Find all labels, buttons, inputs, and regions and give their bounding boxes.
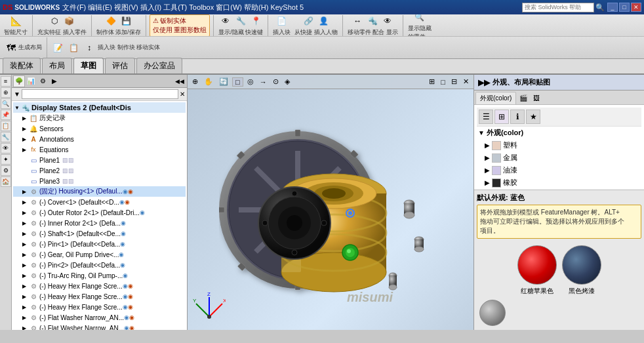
- show-hidden-part-button[interactable]: 🔍: [413, 14, 427, 24]
- insert-block2-button[interactable]: 📝: [50, 41, 65, 55]
- from-shortcut-button[interactable]: 🔗: [302, 14, 316, 28]
- appearance-star-btn[interactable]: ★: [526, 110, 540, 124]
- tree-plane2[interactable]: ▭ Plane2 ▨▨: [13, 165, 186, 176]
- plastic-color-icon: [492, 141, 501, 150]
- collapse-arrow[interactable]: ◀◀: [174, 78, 186, 85]
- tree-display-states[interactable]: ▼ 🔩 Display States 2 (Default<Dis: [13, 102, 186, 113]
- leftbar-btn-7[interactable]: 👁: [1, 143, 11, 153]
- vp-split-button[interactable]: ⊞: [427, 77, 437, 86]
- component-settings-button[interactable]: 🔧: [233, 14, 248, 28]
- leftbar-btn-9[interactable]: ⚙: [1, 165, 11, 176]
- move-entity-button[interactable]: ↕: [82, 41, 96, 55]
- tree-tru-arc[interactable]: ▶ ⚙ (-) Tru-Arc Ring, Oil Pump-... ◉: [13, 270, 186, 281]
- generate-layout-button[interactable]: 🗺: [4, 41, 18, 55]
- leftbar-btn-2[interactable]: ⊕: [1, 87, 11, 98]
- gray-swatch[interactable]: [479, 300, 506, 326]
- tree-sensors[interactable]: ▶ 🔔 Sensors: [13, 123, 186, 134]
- tree-plane1[interactable]: ▭ Plane1 ▨▨: [13, 155, 186, 165]
- appearance-tab-active[interactable]: 外观(color): [475, 92, 516, 104]
- mate-button[interactable]: 🔩: [365, 14, 380, 28]
- tree-gear[interactable]: ▶ ⚙ (-) Gear, Oil Pump Drive<... ◉: [13, 249, 186, 260]
- tree-pin1[interactable]: ▶ ⚙ (-) Pin<1> (Default<<Defa... ◉: [13, 239, 186, 249]
- vp-rotate-button[interactable]: 🔄: [217, 77, 230, 86]
- insert-block-button[interactable]: 📄: [275, 14, 289, 28]
- vp-edit-button[interactable]: ◈: [283, 77, 292, 86]
- paint-section[interactable]: ▶ 油漆: [477, 164, 641, 176]
- tab-evaluate[interactable]: 评估: [105, 58, 135, 73]
- leftbar-btn-5[interactable]: 📋: [1, 121, 11, 131]
- metal-section[interactable]: ▶ 金属: [477, 151, 641, 164]
- plastic-expand-icon: ▶: [485, 142, 490, 149]
- leftbar-btn-8[interactable]: ✦: [1, 154, 11, 165]
- tree-cover[interactable]: ▶ ⚙ (-) Cover<1> (Default<<D... ◉ ◉: [13, 197, 186, 207]
- make-block-button[interactable]: 📋: [66, 41, 81, 55]
- right-collapse-button[interactable]: ▶▶: [478, 78, 490, 87]
- leftbar-btn-6[interactable]: 🔧: [1, 132, 11, 142]
- 3d-viewport[interactable]: ⊕ ✋ 🔄 □ ◎ → ⊙ ◈ ⊞ □ ⊟ ✕: [188, 75, 473, 330]
- vp-close-button[interactable]: ✕: [461, 77, 471, 86]
- tab-drawing[interactable]: 草图: [73, 58, 104, 73]
- leftbar-btn-10[interactable]: 🏠: [1, 176, 11, 187]
- tree-housing[interactable]: ▶ ⚙ (固定) Housing<1> (Defaul... ◉ ◉: [13, 186, 186, 197]
- tree-outer-rotor[interactable]: ▶ ⚙ (-) Outer Rotor 2<1> (Default-Dri...…: [13, 207, 186, 218]
- tree-inner-rotor[interactable]: ▶ ⚙ (-) Inner Rotor 2<1> (Defa... ◉: [13, 218, 186, 228]
- search-icon[interactable]: 🔍: [595, 3, 605, 12]
- appearance-list-btn[interactable]: ☰: [479, 110, 493, 124]
- tab-office[interactable]: 办公室品: [136, 58, 182, 73]
- tree-equations[interactable]: ▶ fx Equations: [13, 144, 186, 155]
- tree-shaft[interactable]: ▶ ⚙ (-) Shaft<1> (Default<<De... ◉: [13, 228, 186, 239]
- vp-pan-button[interactable]: ✋: [202, 77, 215, 86]
- config-tab[interactable]: ⚙: [37, 75, 49, 87]
- display-hidden-button[interactable]: 👁: [380, 14, 395, 28]
- vp-tile-button[interactable]: ⊟: [449, 77, 459, 86]
- leftbar-btn-3[interactable]: 🔍: [1, 98, 11, 109]
- dark-lacquer-swatch[interactable]: 黑色烤漆: [562, 245, 601, 296]
- tree-hex-flange3[interactable]: ▶ ⚙ (-) Heavy Hex Flange Scre... ◉ ◉: [13, 302, 186, 312]
- appearance-color-header[interactable]: ▼ 外观(color): [477, 127, 641, 139]
- insert-part-button[interactable]: 📦: [62, 14, 77, 28]
- tab-layout[interactable]: 布局: [42, 58, 72, 73]
- filter-clear[interactable]: ✕: [180, 91, 185, 98]
- make-body-button[interactable]: 🔶: [104, 14, 118, 28]
- position-button[interactable]: 📍: [249, 14, 263, 28]
- leftbar-btn-1[interactable]: ≡: [1, 76, 11, 87]
- add-save-button[interactable]: 💾: [119, 14, 133, 28]
- hex1-badge2: ◉: [128, 283, 133, 289]
- tree-plane3[interactable]: ▭ Plane3 ▨▨: [13, 176, 186, 186]
- leftbar-btn-4[interactable]: 📌: [1, 110, 11, 120]
- appearance-grid-btn[interactable]: ⊞: [494, 110, 509, 124]
- tree-hex-flange1[interactable]: ▶ ⚙ (-) Heavy Hex Flange Scre... ◉ ◉: [13, 281, 186, 291]
- filter-input[interactable]: [24, 91, 176, 98]
- decal-tab[interactable]: 🖼: [531, 93, 542, 103]
- plastic-section[interactable]: ▶ 塑料: [477, 139, 641, 151]
- tree-pin2[interactable]: ▶ ⚙ (-) Pin<2> (Default<<Defa... ◉: [13, 260, 186, 270]
- red-apple-swatch[interactable]: 红糖苹果色: [517, 245, 557, 296]
- vp-hide-show-button[interactable]: ⊙: [271, 77, 281, 86]
- fill-feature-button[interactable]: ⬡: [47, 14, 62, 28]
- tree-flat-washer1[interactable]: ▶ ⚙ (-) Flat Washer Narrow_AN... ◉ ◉: [13, 312, 186, 323]
- move-part-button[interactable]: ↔: [350, 14, 365, 28]
- search-input[interactable]: [525, 4, 592, 10]
- vp-view-button[interactable]: □: [232, 77, 243, 87]
- vp-zoom-button[interactable]: ⊕: [190, 77, 200, 86]
- tree-hex-flange2[interactable]: ▶ ⚙ (-) Heavy Hex Flange Scre... ◉ ◉: [13, 291, 186, 302]
- scene-tab[interactable]: 🎬: [517, 93, 530, 103]
- close-button[interactable]: ✕: [631, 3, 641, 12]
- property-tab[interactable]: 📊: [25, 75, 37, 87]
- appearance-info-btn[interactable]: ℹ: [510, 110, 525, 124]
- minimize-button[interactable]: _: [607, 3, 618, 12]
- tab-assembly[interactable]: 装配体: [3, 58, 41, 73]
- feature-tree-tab[interactable]: 🌳: [13, 75, 25, 87]
- rubber-section[interactable]: ▶ 橡胶: [477, 176, 641, 189]
- insert-person-button[interactable]: 👤: [317, 14, 331, 28]
- vp-display-button[interactable]: →: [258, 78, 269, 86]
- smart-dimension-button[interactable]: 📐: [9, 14, 23, 28]
- motion-tab[interactable]: ▶: [49, 75, 60, 87]
- tree-annotations[interactable]: ▶ A Annotations: [13, 134, 186, 144]
- display-hide-button[interactable]: 👁: [218, 14, 233, 28]
- maximize-button[interactable]: □: [619, 3, 630, 12]
- vp-section-button[interactable]: ◎: [245, 77, 256, 86]
- tree-history[interactable]: ▶ 📋 历史记录: [13, 113, 186, 123]
- tree-flat-washer2[interactable]: ▶ ⚙ (-) Flat Washer Narrow_AN... ◉ ◉: [13, 323, 186, 330]
- vp-normal-button[interactable]: □: [439, 78, 447, 86]
